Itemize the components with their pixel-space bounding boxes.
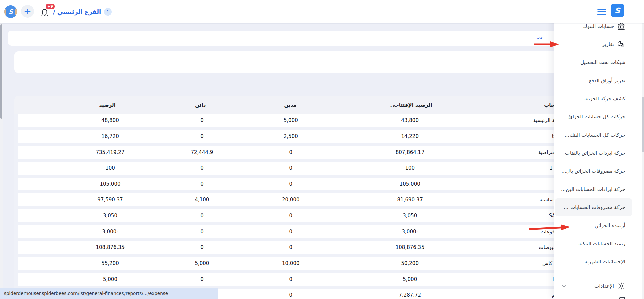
cell-debit: 5,000 — [245, 117, 337, 123]
cell-debit: 0 — [245, 244, 337, 250]
cell-debit: 0 — [245, 165, 337, 171]
sidebar-menu: حسابات البنوكتقاريرشيكات تحت التحصيلتقري… — [554, 17, 644, 295]
cell-opening-balance: 3,000- — [337, 229, 484, 235]
cell-debit: 0 — [245, 213, 337, 219]
sidebar-item[interactable]: حركة ايردات الخزائن بالفئات — [560, 144, 625, 162]
sidebar-item-label: حركات كل الحسابات البنك... — [565, 132, 625, 138]
sidebar-item-label: حركة ايرادات الحسابات البن... — [561, 186, 625, 192]
brand-logo-icon[interactable]: S — [611, 4, 624, 17]
table-row[interactable]: SALES3,050003,050 — [18, 209, 630, 222]
reports-icon — [617, 40, 625, 48]
cell-balance: 3,050 — [61, 213, 159, 219]
plus-icon: + — [24, 6, 31, 16]
app-logo-icon[interactable]: S — [4, 5, 17, 18]
partially-hidden-title-text: ت — [537, 34, 543, 41]
cell-balance: 100 — [61, 165, 159, 171]
column-header-debit: مدين — [244, 102, 337, 108]
cell-balance: 105,000 — [61, 181, 159, 187]
sidebar-item[interactable]: حركة مصروفات الخزائن بال... — [560, 162, 625, 180]
sidebar-item-label: حسابات البنوك — [583, 23, 614, 29]
cell-opening-balance: 5,000 — [337, 276, 484, 282]
sidebar-item[interactable]: حركة مصروفات الحسابات ... — [555, 198, 632, 216]
sidebar-item-label: حركة ايردات الخزائن بالفئات — [565, 150, 625, 156]
cell-credit: 0 — [159, 244, 245, 250]
sidebar-item[interactable]: حركة ايرادات الحسابات البن... — [560, 180, 625, 198]
cell-debit: 20,000 — [245, 197, 337, 203]
cell-credit: 72,444.9 — [159, 149, 245, 155]
add-button[interactable]: + — [21, 5, 34, 18]
reports-sidebar: حسابات البنوكتقاريرشيكات تحت التحصيلتقري… — [554, 0, 644, 299]
sidebar-item[interactable]: الإعدادات — [560, 277, 625, 295]
sidebar-scrollbar-thumb[interactable] — [642, 97, 644, 152]
cell-balance: 55,200 — [61, 260, 159, 266]
cell-debit: 0 — [245, 181, 337, 187]
table-row[interactable]: خزنه 110000100 — [18, 162, 630, 175]
cell-balance: 108,876.35 — [61, 244, 159, 250]
table-row[interactable]: test14,2202,500016,720 — [18, 130, 630, 143]
table-row[interactable]: فودافون كاش50,20010,0005,00055,200 — [18, 257, 630, 270]
partially-visible-menu-icon — [619, 297, 625, 299]
cell-opening-balance: 105,000 — [337, 181, 484, 187]
sidebar-item[interactable]: حركات كل الحسابات البنك... — [560, 126, 625, 144]
table-row[interactable]: خزينة المقبوضات108,876.3500108,876.35 — [18, 241, 630, 254]
notifications-count-badge: +9 — [45, 3, 55, 10]
table-row[interactable]: IOS5,000005,000 — [18, 273, 630, 286]
cell-balance: 48,800 — [61, 117, 159, 123]
table-row[interactable]: الخزينه الاساسيه81,690.3720,0004,10097,5… — [18, 193, 630, 206]
page-scrollbar-thumb[interactable] — [0, 24, 2, 119]
cell-balance: 5,000 — [61, 276, 159, 282]
cell-opening-balance: 50,200 — [337, 260, 484, 266]
menu-hamburger-icon[interactable] — [597, 9, 606, 17]
sidebar-item-label: شيكات تحت التحصيل — [580, 59, 625, 65]
cell-debit: 2,500 — [245, 133, 337, 139]
cell-credit: 0 — [159, 165, 245, 171]
cell-debit: 0 — [245, 229, 337, 235]
sidebar-item[interactable]: الإحصائيات الشهرية — [560, 253, 625, 271]
cell-credit: 4,100 — [159, 197, 245, 203]
cell-opening-balance: 3,050 — [337, 213, 484, 219]
table-row[interactable]: خزينة الشركة الرئيسية43,8005,000048,800 — [18, 114, 630, 127]
cell-opening-balance: 807,864.17 — [337, 149, 484, 155]
sidebar-item-label: الإعدادات — [594, 283, 614, 289]
breadcrumb-label: الفرع الرئيسي / — [53, 8, 101, 15]
table-body: خزينة الشركة الرئيسية43,8005,000048,800t… — [14, 114, 634, 299]
cell-debit: 10,000 — [245, 260, 337, 266]
sidebar-item-label: رصيد الحسابات البنكية — [578, 241, 625, 247]
cell-credit: 0 — [159, 181, 245, 187]
sidebar-item[interactable]: شيكات تحت التحصيل — [560, 53, 625, 71]
sidebar-item[interactable]: تقارير — [560, 35, 625, 53]
annotation-arrow-reports — [534, 41, 559, 49]
sidebar-item-label: حركات كل حسابات الخزائ... — [564, 114, 625, 120]
cell-balance: 97,590.37 — [61, 197, 159, 203]
sidebar-item-label: كشف حركة الخزينة — [584, 96, 625, 102]
chevron-down-icon[interactable] — [560, 283, 567, 289]
column-header-opening-balance: الرصيد الإفتتاحى — [337, 102, 485, 108]
page-scrollbar[interactable] — [0, 23, 3, 299]
breadcrumb[interactable]: الفرع الرئيسي / 1 — [53, 0, 112, 23]
sidebar-item[interactable]: رصيد الحسابات البنكية — [560, 235, 625, 253]
cell-debit: 0 — [245, 276, 337, 282]
table-row[interactable]: الخزينة الافتراضية807,864.17072,444.9735… — [18, 146, 630, 159]
table-header-row: إسم الحساب الرصيد الإفتتاحى مدين دائن ال… — [14, 96, 634, 114]
column-header-credit: دائن — [157, 102, 244, 108]
breadcrumb-count-badge: 1 — [104, 8, 112, 16]
sidebar-item[interactable]: حركات كل حسابات الخزائ... — [560, 108, 625, 126]
cell-debit: 0 — [245, 149, 337, 155]
sidebar-item-label: حركة مصروفات الحسابات ... — [564, 204, 625, 210]
sidebar-scrollbar[interactable] — [642, 19, 644, 299]
sidebar-item[interactable]: كشف حركة الخزينة — [560, 90, 625, 108]
table-row[interactable]: 1105,00000105,000 — [18, 178, 630, 190]
cell-balance: 16,720 — [61, 133, 159, 139]
sidebar-item-label: أرصدة الخزائن — [595, 222, 625, 229]
cell-opening-balance: 81,690.37 — [337, 197, 484, 203]
cell-balance: 735,419.27 — [61, 149, 159, 155]
cell-credit: 5,000 — [159, 260, 245, 266]
column-header-balance: الرصيد — [58, 102, 157, 108]
cell-opening-balance: 108,876.35 — [337, 244, 484, 250]
topbar: S + +9 الفرع الرئيسي / 1 S — [0, 0, 644, 23]
status-url-tooltip: spiderdemouser.spiderbees.com/ist/genera… — [0, 288, 218, 299]
cell-opening-balance: 100 — [337, 165, 484, 171]
sidebar-item-label: تقرير أوراق الدفع — [589, 78, 625, 84]
sidebar-item[interactable]: تقرير أوراق الدفع — [560, 71, 625, 90]
gear-icon — [617, 282, 625, 290]
